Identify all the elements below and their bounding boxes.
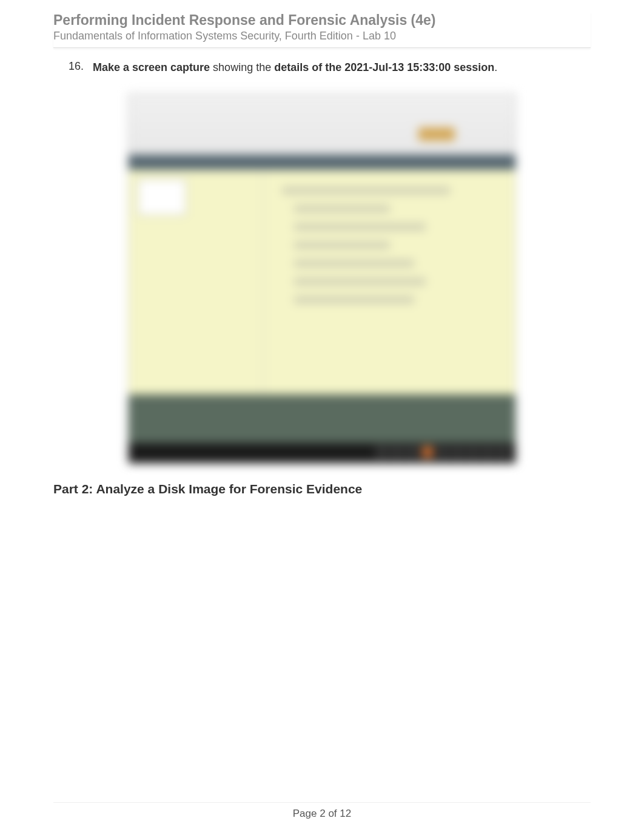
document-title: Performing Incident Response and Forensi… — [53, 12, 591, 29]
document-subtitle: Fundamentals of Information Systems Secu… — [53, 30, 591, 42]
screenshot-text-line — [282, 187, 449, 194]
taskbar-icon — [376, 446, 388, 458]
item-number: 16. — [69, 60, 87, 75]
screenshot-taskbar — [129, 443, 515, 464]
screenshot-toolbar — [129, 155, 515, 170]
screenshot-body — [129, 170, 515, 394]
screenshot-text-line — [294, 260, 414, 267]
screenshot-text-line — [294, 278, 426, 285]
screenshot-panel-box — [138, 179, 186, 215]
item-middle: showing the — [210, 61, 274, 73]
embedded-screenshot-blurred — [128, 93, 516, 464]
screenshot-right-panel — [264, 170, 515, 394]
screenshot-text-line — [294, 242, 390, 249]
item-bold-prefix: Make a screen capture — [93, 61, 210, 73]
screenshot-text-line — [294, 205, 390, 212]
item-period: . — [494, 61, 497, 73]
document-footer: Page 2 of 12 — [53, 802, 591, 835]
screenshot-text-line — [294, 223, 426, 231]
taskbar-icon — [421, 446, 434, 458]
instruction-item: 16. Make a screen capture showing the de… — [53, 60, 591, 75]
taskbar-icon — [406, 446, 418, 458]
taskbar-icon — [497, 446, 509, 458]
item-text: Make a screen capture showing the detail… — [93, 60, 497, 75]
page-number: Page 2 of 12 — [53, 808, 591, 820]
screenshot-left-panel — [129, 170, 264, 394]
item-bold-suffix: details of the 2021-Jul-13 15:33:00 sess… — [274, 61, 494, 73]
section-heading: Part 2: Analyze a Disk Image for Forensi… — [53, 482, 591, 496]
screenshot-footer-area — [129, 394, 515, 443]
screenshot-titlebar-area — [129, 94, 515, 155]
taskbar-icon — [437, 446, 449, 458]
document-header: Performing Incident Response and Forensi… — [53, 12, 591, 48]
screenshot-button — [418, 127, 455, 141]
screenshot-taskbar-icons — [376, 446, 509, 458]
taskbar-icon — [482, 446, 494, 458]
taskbar-icon — [391, 446, 403, 458]
taskbar-icon — [452, 446, 464, 458]
taskbar-icon — [467, 446, 479, 458]
document-content: 16. Make a screen capture showing the de… — [53, 60, 591, 802]
screenshot-text-line — [294, 296, 414, 303]
